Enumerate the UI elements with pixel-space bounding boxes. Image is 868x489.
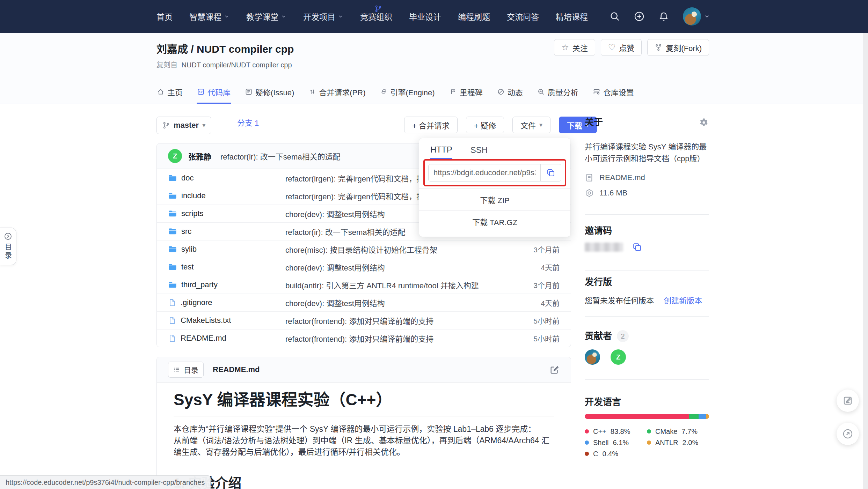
file-icon	[168, 298, 176, 307]
repo-actions: ☆ 关注 ♡ 点赞 复刻(Fork)	[554, 39, 709, 56]
like-button[interactable]: ♡ 点赞	[601, 39, 642, 56]
nav-item-dev-projects[interactable]: 开发项目	[303, 10, 343, 22]
file-commit-message[interactable]: refactor(frontend): 添加对只编译前端的支持	[285, 333, 500, 344]
nav-item-smart-courses[interactable]: 智慧课程	[189, 10, 229, 22]
files-button[interactable]: 文件▾	[512, 117, 550, 133]
branches-count[interactable]: 分支 1	[374, 3, 407, 14]
legend-item: CMake7.7%	[647, 428, 709, 435]
watch-button[interactable]: ☆ 关注	[554, 39, 595, 56]
file-name[interactable]: doc	[181, 173, 194, 183]
tab-label: 引擎(Engine)	[391, 86, 435, 97]
file-name[interactable]: .gitignore	[181, 298, 212, 307]
commit-author-avatar[interactable]: Z	[168, 149, 182, 163]
readme-link-row[interactable]: README.md	[585, 172, 709, 183]
legend-item: ANTLR2.0%	[647, 439, 709, 446]
divider	[585, 316, 709, 317]
bell-icon[interactable]	[658, 11, 669, 22]
tab-home[interactable]: 主页	[156, 86, 183, 104]
language-bar	[585, 414, 709, 419]
file-commit-message[interactable]: chore(misc): 按目录结构设计初始化工程骨架	[285, 244, 500, 255]
feedback-note-icon	[842, 395, 853, 406]
tab-ssh[interactable]: SSH	[471, 142, 488, 158]
file-icon	[168, 316, 176, 325]
table-row[interactable]: .gitignore chore(dev): 调整test用例结构 4天前	[157, 294, 571, 311]
download-targz-item[interactable]: 下载 TAR.GZ	[419, 210, 570, 232]
toc-button[interactable]: 目录	[168, 362, 204, 378]
readme-link[interactable]: README.md	[599, 173, 645, 182]
file-name[interactable]: include	[181, 191, 206, 200]
contributors-count-badge: 2	[617, 330, 629, 342]
table-row[interactable]: test chore(dev): 调整test用例结构 4天前	[157, 258, 571, 276]
tab-issues[interactable]: 疑修(Issue)	[245, 86, 295, 104]
legend-label: C++	[593, 428, 606, 436]
commit-author-name[interactable]: 张雅静	[188, 150, 211, 162]
edit-icon[interactable]	[549, 364, 560, 375]
table-row[interactable]: CMakeLists.txt refactor(frontend): 添加对只编…	[157, 311, 571, 329]
copy-icon[interactable]	[632, 242, 642, 252]
feedback-button[interactable]	[837, 390, 859, 412]
code-icon	[197, 88, 204, 95]
tab-http[interactable]: HTTP	[430, 141, 452, 159]
nav-item-graduation[interactable]: 毕业设计	[409, 10, 441, 22]
invite-title: 邀请码	[585, 224, 709, 237]
download-zip-item[interactable]: 下载 ZIP	[419, 188, 570, 210]
contributor-avatar[interactable]	[585, 349, 600, 365]
file-commit-message[interactable]: chore(dev): 调整test用例结构	[285, 297, 500, 308]
contributor-avatar[interactable]: Z	[611, 349, 626, 365]
file-name[interactable]: third_party	[181, 280, 218, 289]
legend-dot	[585, 440, 589, 445]
branch-selector[interactable]: master ▾	[156, 117, 211, 134]
file-name[interactable]: test	[181, 262, 194, 272]
tab-milestones[interactable]: 里程碑	[449, 86, 483, 104]
readme-paragraph-line: 从前端（词法/语法分析与语法树处理）到中端（IR 生成、基本标量优化），再到后端…	[174, 435, 554, 458]
user-menu[interactable]	[683, 7, 710, 25]
fork-button[interactable]: 复刻(Fork)	[647, 39, 709, 56]
share-button[interactable]	[837, 423, 859, 445]
file-commit-time: 3个月前	[500, 244, 560, 254]
search-icon[interactable]	[610, 11, 620, 22]
nav-item-qa[interactable]: 交流问答	[507, 10, 539, 22]
table-row[interactable]: README.md refactor(frontend): 添加对只编译前端的支…	[157, 329, 571, 347]
repo-description: 并行编译课程实验 SysY 编译器的最小可运行示例和指导文档（cpp版）	[585, 141, 709, 165]
chevron-down-icon	[281, 14, 286, 19]
file-commit-message[interactable]: refactor(frontend): 添加对只编译前端的支持	[285, 315, 500, 326]
tab-activity[interactable]: 动态	[497, 86, 524, 104]
user-avatar[interactable]	[683, 7, 701, 25]
tab-pull-requests[interactable]: 合并请求(PR)	[308, 86, 366, 104]
file-name[interactable]: scripts	[181, 209, 204, 218]
new-pr-button[interactable]: + 合并请求	[404, 117, 458, 133]
file-commit-time: 4天前	[500, 297, 560, 308]
tab-code[interactable]: 代码库	[197, 86, 231, 104]
divider	[585, 214, 709, 215]
tab-engine[interactable]: 引擎(Engine)	[380, 86, 436, 104]
forked-from-repo[interactable]: NUDT compiler/NUDT compiler cpp	[182, 61, 292, 69]
nav-item-teaching[interactable]: 教学课堂	[246, 10, 286, 22]
readme-paragraph: 本仓库为“并行编译课程实验”提供一个 SysY 编译器的最小可运行示例，实验按 …	[174, 423, 554, 458]
clone-url-input[interactable]	[429, 164, 540, 181]
repo-settings-icon	[593, 88, 600, 95]
nav-item-label: 精培课程	[556, 10, 588, 22]
file-name[interactable]: src	[181, 227, 191, 236]
file-name[interactable]: README.md	[181, 334, 226, 343]
copy-url-button[interactable]	[540, 164, 561, 181]
table-row[interactable]: third_party build(antlr): 引入第三方 ANTLR4 r…	[157, 276, 571, 294]
tab-settings[interactable]: 仓库设置	[592, 86, 635, 104]
file-commit-message[interactable]: build(antlr): 引入第三方 ANTLR4 runtime/tool …	[285, 279, 500, 290]
plus-circle-icon[interactable]	[634, 11, 644, 22]
forked-from-label: 复刻自	[156, 61, 177, 69]
file-name[interactable]: sylib	[181, 245, 197, 254]
create-release-link[interactable]: 创建新版本	[664, 294, 702, 305]
branch-icon	[162, 121, 170, 129]
file-commit-message[interactable]: chore(dev): 调整test用例结构	[285, 261, 500, 273]
scrollbar[interactable]	[863, 33, 868, 489]
nav-item-home[interactable]: 首页	[156, 10, 173, 22]
tab-quality[interactable]: 质量分析	[537, 86, 579, 104]
nav-item-coding-practice[interactable]: 编程刷题	[458, 10, 490, 22]
table-row[interactable]: sylib chore(misc): 按目录结构设计初始化工程骨架 3个月前	[157, 240, 571, 258]
new-issue-button[interactable]: + 疑修	[466, 117, 504, 133]
toc-side-tab[interactable]: 目录	[0, 228, 16, 265]
file-name[interactable]: CMakeLists.txt	[181, 316, 231, 325]
gear-icon[interactable]	[699, 117, 709, 128]
commit-message[interactable]: refactor(ir): 改一下sema相关的适配	[220, 150, 340, 162]
nav-item-premium-courses[interactable]: 精培课程	[556, 10, 588, 22]
